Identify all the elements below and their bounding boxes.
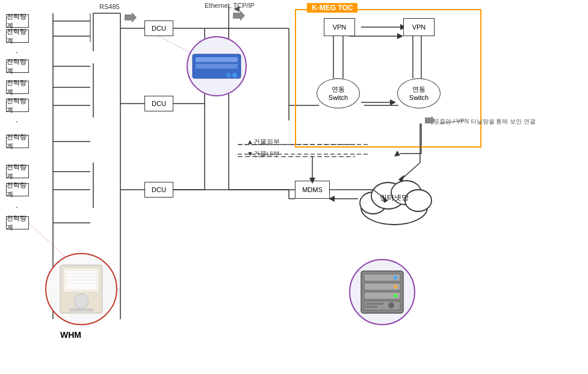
meter-5: 전력량계 <box>6 99 29 112</box>
svg-point-89 <box>394 276 397 279</box>
switch-1: 연동 Switch <box>317 78 360 108</box>
meter-7: 전력량계 <box>6 165 29 178</box>
svg-marker-44 <box>125 12 137 23</box>
vpn-note: 공중망 / VPN 터닐랑을 통해 보안 연결 <box>433 117 536 126</box>
switch-2: 연동 Switch <box>397 78 441 108</box>
mdms-image-circle <box>349 259 415 325</box>
internet-label: 인터넷망 <box>370 193 418 203</box>
meter-8: 전력량계 <box>6 183 29 196</box>
ethernet-label: Ethernet, TCP/IP <box>205 2 255 9</box>
mdms-box: MDMS <box>295 181 330 199</box>
vpn-1: VPN <box>324 18 355 36</box>
dcu-3: DCU <box>144 182 173 198</box>
dot-3: · <box>16 202 18 211</box>
svg-rect-72 <box>196 57 238 62</box>
svg-rect-73 <box>196 64 238 69</box>
dot-2: · <box>16 116 18 126</box>
dcu-2: DCU <box>144 96 173 111</box>
svg-marker-36 <box>394 151 400 157</box>
dcu-1: DCU <box>144 20 173 36</box>
meter-2: 전력량계 <box>6 30 29 43</box>
building-inside-label: ▼건물내부 <box>247 149 280 158</box>
svg-point-91 <box>394 294 397 298</box>
meter-9: 전력량계 <box>6 216 29 229</box>
meter-6: 전력량계 <box>6 135 29 148</box>
svg-point-75 <box>226 73 231 78</box>
svg-point-90 <box>394 285 397 288</box>
whm-label: WHM <box>60 330 81 340</box>
building-outside-label: ▲건물외부 <box>247 137 280 146</box>
meter-1: 전력량계 <box>6 14 29 28</box>
svg-point-83 <box>74 294 88 308</box>
svg-marker-96 <box>425 116 435 125</box>
svg-point-74 <box>232 73 237 78</box>
svg-rect-95 <box>365 306 377 308</box>
diagram: RS485 Ethernet, TCP/IP 전력량계 전력량계 · 전력량계 … <box>0 0 588 374</box>
vpn-note-arrow-icon <box>424 116 435 127</box>
dcu-image-circle <box>187 36 247 96</box>
ethernet-arrow-icon <box>232 10 245 23</box>
mdms-boundary-line <box>295 157 337 184</box>
kmeg-toc-border <box>295 9 481 148</box>
dot-1: · <box>16 47 18 57</box>
whm-image-circle <box>45 253 117 325</box>
meter-3: 전력량계 <box>6 60 29 73</box>
internet-cloud: 인터넷망 <box>355 160 433 228</box>
svg-rect-84 <box>69 308 93 311</box>
svg-rect-94 <box>365 303 383 305</box>
rs485-arrow-icon <box>123 12 137 25</box>
svg-marker-45 <box>233 10 245 21</box>
svg-point-93 <box>388 302 394 308</box>
svg-rect-92 <box>364 301 400 310</box>
meter-4: 전력량계 <box>6 81 29 94</box>
vpn-2: VPN <box>403 18 435 36</box>
rs485-label: RS485 <box>99 3 120 10</box>
kmeg-toc-label: K-MEG TOC <box>307 3 357 13</box>
